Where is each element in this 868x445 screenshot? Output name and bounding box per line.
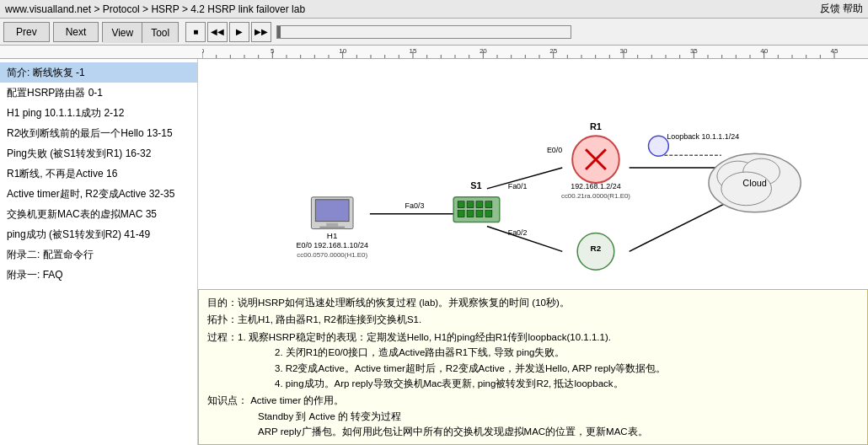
sidebar-item-switchmac[interactable]: 交换机更新MAC表的虚拟MAC 35 — [0, 204, 197, 224]
progress-bar[interactable] — [276, 25, 571, 39]
svg-text:5: 5 — [271, 47, 275, 55]
sidebar-item-appendix1[interactable]: 附录一: FAQ — [0, 265, 197, 285]
info-title: 目的：说明HSRP如何迅速处理断线的恢复过程 (lab)。并观察恢复的时间 (1… — [207, 295, 859, 310]
feedback-links[interactable]: 反馈 帮助 — [820, 2, 863, 16]
sidebar-item-activetimer1[interactable]: Active timer超时, R2变成Active 32-35 — [0, 184, 197, 204]
info-knowledge2: ARP reply广播包。如何用此包让网中所有的交换机发现虚拟MAC的位置，更新… — [207, 424, 859, 439]
sidebar-item-intro[interactable]: 简介: 断线恢复 -1 — [0, 62, 197, 83]
svg-rect-77 — [476, 211, 483, 217]
prev-button[interactable]: Prev — [3, 22, 50, 42]
sidebar-item-r1down[interactable]: R1断线, 不再是Active 16 — [0, 164, 197, 184]
info-knowledge1: Standby 到 Active 的 转变为过程 — [207, 409, 859, 424]
svg-point-90 — [649, 136, 669, 156]
svg-text:S1: S1 — [470, 180, 481, 190]
svg-text:0: 0 — [202, 47, 205, 55]
sidebar-item-h1ping[interactable]: H1 ping 10.1.1.1成功 2-12 — [0, 103, 197, 123]
svg-rect-78 — [485, 211, 492, 217]
view-tool-group: View Tool — [102, 22, 179, 42]
svg-rect-63 — [315, 200, 349, 222]
svg-text:Fa0/1: Fa0/1 — [508, 182, 528, 190]
info-topology: 拓扑：主机H1, 路由器R1, R2都连接到交换机S1. — [207, 312, 859, 327]
svg-rect-64 — [326, 223, 338, 227]
svg-text:Cloud: Cloud — [742, 178, 767, 188]
view-button[interactable]: View — [103, 23, 142, 43]
svg-rect-72 — [467, 201, 474, 208]
main: 简介: 断线恢复 -1配置HSRP路由器 0-1H1 ping 10.1.1.1… — [0, 59, 868, 445]
tool-button[interactable]: Tool — [142, 23, 178, 43]
svg-text:R1: R1 — [590, 121, 602, 131]
rewind-button[interactable]: ◀◀ — [207, 22, 228, 42]
diagram-svg: H1 E0/0 192.168.1.10/24 cc00.0570.0000(H… — [198, 59, 868, 293]
sidebar: 简介: 断线恢复 -1配置HSRP路由器 0-1H1 ping 10.1.1.1… — [0, 59, 198, 445]
svg-text:H1: H1 — [327, 231, 338, 240]
sidebar-item-r2hello[interactable]: R2收到断线前的最后一个Hello 13-15 — [0, 123, 197, 143]
svg-rect-73 — [476, 201, 483, 208]
info-knowledge-header: 知识点： Active timer 的作用。 — [207, 393, 859, 408]
svg-rect-71 — [458, 201, 464, 208]
svg-rect-76 — [467, 211, 474, 217]
svg-text:192.168.1.2/24: 192.168.1.2/24 — [571, 182, 621, 190]
media-controls: ■ ◀◀ ▶ ▶▶ — [185, 22, 571, 42]
svg-text:10: 10 — [339, 47, 346, 55]
info-step3: 3. R2变成Active。Active timer超时后，R2变成Active… — [207, 361, 859, 376]
sidebar-item-config[interactable]: 配置HSRP路由器 0-1 — [0, 83, 197, 103]
svg-text:Fa0/3: Fa0/3 — [405, 201, 425, 210]
svg-text:40: 40 — [760, 47, 768, 55]
svg-text:cc00.0570.0000(H1.E0): cc00.0570.0000(H1.E0) — [297, 251, 367, 259]
svg-text:35: 35 — [690, 47, 698, 55]
svg-text:E0/0 192.168.1.10/24: E0/0 192.168.1.10/24 — [297, 241, 368, 249]
svg-text:Fa0/2: Fa0/2 — [508, 228, 528, 237]
svg-text:20: 20 — [480, 47, 487, 55]
svg-text:45: 45 — [831, 47, 839, 55]
svg-text:cc00.21ra.0000(R1.E0): cc00.21ra.0000(R1.E0) — [561, 192, 630, 200]
svg-text:15: 15 — [410, 47, 417, 55]
toolbar: Prev Next View Tool ■ ◀◀ ▶ ▶▶ — [0, 19, 868, 46]
next-button[interactable]: Next — [53, 22, 99, 42]
sidebar-item-pingfail[interactable]: Ping失败 (被S1转发到R1) 16-32 — [0, 143, 197, 164]
svg-rect-74 — [485, 201, 492, 208]
topbar: www.visualland.net > Protocol > HSRP > 4… — [0, 0, 868, 19]
info-step4: 4. ping成功。Arp reply导致交换机Mac表更新, ping被转发到… — [207, 376, 859, 391]
svg-text:25: 25 — [549, 47, 557, 55]
ruler: 051015202530354045 — [0, 46, 868, 59]
content: H1 E0/0 192.168.1.10/24 cc00.0570.0000(H… — [198, 59, 868, 445]
svg-rect-69 — [453, 197, 500, 222]
info-step2: 2. 关闭R1的E0/0接口，造成Active路由器R1下线, 导致 ping失… — [207, 345, 859, 360]
stop-button[interactable]: ■ — [185, 22, 206, 42]
breadcrumb: www.visualland.net > Protocol > HSRP > 4… — [5, 3, 305, 15]
play-button[interactable]: ▶ — [229, 22, 249, 42]
info-panel: 目的：说明HSRP如何迅速处理断线的恢复过程 (lab)。并观察恢复的时间 (1… — [198, 289, 868, 445]
svg-rect-65 — [319, 227, 345, 229]
network-diagram: H1 E0/0 192.168.1.10/24 cc00.0570.0000(H… — [198, 59, 868, 293]
info-process-header: 过程：1. 观察HSRP稳定时的表现：定期发送Hello, H1的ping经由R… — [207, 330, 859, 345]
fastforward-button[interactable]: ▶▶ — [251, 22, 271, 42]
svg-rect-75 — [458, 211, 464, 217]
sidebar-item-pingsuccess[interactable]: ping成功 (被S1转发到R2) 41-49 — [0, 224, 197, 244]
svg-text:E0/0: E0/0 — [547, 146, 562, 154]
svg-text:R2: R2 — [591, 244, 602, 253]
svg-text:Loopback   10.1.1.1/24: Loopback 10.1.1.1/24 — [667, 132, 739, 141]
svg-text:30: 30 — [620, 47, 628, 55]
sidebar-item-appendix2[interactable]: 附录二: 配置命令行 — [0, 244, 197, 265]
